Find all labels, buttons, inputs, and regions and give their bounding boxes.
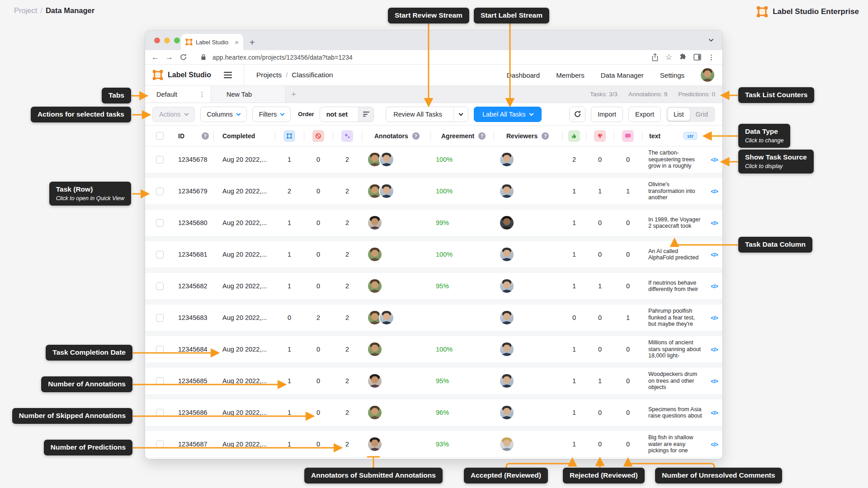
label-all-tasks-button[interactable]: Label All Tasks [474,107,542,122]
bookmark-star-icon[interactable]: ☆ [665,52,672,62]
new-tab-button[interactable]: + [250,38,255,47]
back-icon[interactable]: ← [151,53,159,61]
help-icon[interactable]: ? [478,132,486,140]
add-tab-icon[interactable]: + [291,89,296,99]
nav-settings[interactable]: Settings [660,71,684,79]
label-studio-logo-icon[interactable] [152,70,163,80]
tab-options-icon[interactable]: ⋮ [199,91,205,98]
row-checkbox[interactable] [156,251,164,258]
column-header-accepted[interactable] [562,126,586,146]
task-id: 12345684 [169,336,213,362]
share-icon[interactable] [651,53,659,61]
reload-icon[interactable] [179,53,187,61]
browser-tab[interactable]: Label Studio × [181,34,243,50]
sort-order-icon[interactable] [358,107,373,122]
table-row[interactable]: 12345684 Aug 20 2022,... 1 0 2 100% 1 0 … [145,336,722,368]
table-row[interactable]: 12345679 Aug 20 2022,... 2 0 2 100% 1 1 … [145,178,722,210]
callout-rejected-reviewed: Rejected (Reviewed) [563,468,645,483]
column-header-id[interactable]: ID ? [169,126,213,146]
import-button[interactable]: Import [591,107,623,122]
table-row[interactable]: 12345680 Aug 20 2022,... 1 0 2 99% 1 0 0… [145,210,722,241]
row-checkbox[interactable] [156,188,164,195]
agreement-value: 95% [430,273,494,299]
close-window-button[interactable] [154,38,160,43]
column-header-text[interactable]: text str [642,126,706,146]
column-header-skipped[interactable] [304,126,333,146]
show-source-icon[interactable]: </> [711,188,718,195]
show-source-icon[interactable]: </> [711,441,718,448]
table-row[interactable]: 12345683 Aug 20 2022,... 0 2 2 0 0 1 Pah… [145,305,722,336]
grid-view-button[interactable]: Grid [690,108,714,121]
refresh-button[interactable] [569,107,585,122]
close-tab-icon[interactable]: × [235,39,239,46]
thumbs-up-icon [568,130,580,142]
menu-hamburger-icon[interactable] [224,72,232,78]
browser-menu-icon[interactable]: ⋮ [708,53,715,61]
zoom-window-button[interactable] [174,38,180,43]
review-all-tasks-button[interactable]: Review All Tasks [386,107,468,122]
row-checkbox[interactable] [156,346,164,353]
column-header-agreement[interactable]: Agreement? [430,126,494,146]
data-type-badge[interactable]: str [684,132,697,140]
table-row[interactable]: 12345687 Aug 20 2022,... 1 0 2 93% 1 0 0… [145,431,722,459]
callout-task-row: Task (Row)Click to open in Quick View [49,182,131,206]
column-header-rejected[interactable] [586,126,614,146]
table-row[interactable]: 12345681 Aug 20 2022,... 1 0 2 100% 1 0 … [145,241,722,273]
row-checkbox[interactable] [156,314,164,322]
help-icon[interactable]: ? [202,132,209,140]
forward-icon[interactable]: → [165,53,173,61]
minimize-window-button[interactable] [164,38,170,43]
row-checkbox[interactable] [156,282,164,290]
nav-members[interactable]: Members [556,71,585,79]
table-row[interactable]: 12345682 Aug 20 2022,... 1 0 2 95% 1 1 0… [145,273,722,305]
show-source-icon[interactable]: </> [711,378,718,385]
order-button[interactable]: not set [320,107,374,122]
list-view-button[interactable]: List [668,108,690,121]
column-header-annotators[interactable]: Annotators? [362,126,430,146]
task-completed-date: Aug 20 2022,... [213,210,275,236]
export-button[interactable]: Export [628,107,661,122]
url-text[interactable]: app.heartex.com/projects/123456/data?tab… [212,54,353,61]
rejected-count: 1 [586,273,614,299]
column-header-annotations[interactable] [275,126,304,146]
column-header-predictions[interactable] [333,126,362,146]
task-id: 12345682 [169,273,213,299]
show-source-icon[interactable]: </> [711,314,718,321]
column-header-reviewers[interactable]: Reviewers? [494,126,562,146]
table-row[interactable]: 12345685 Aug 20 2022,... 1 0 2 95% 1 1 0… [145,368,722,399]
show-source-icon[interactable]: </> [711,156,718,163]
row-checkbox[interactable] [156,219,164,227]
nav-data-manager[interactable]: Data Manager [601,71,644,79]
breadcrumb-projects[interactable]: Projects [256,71,282,79]
actions-button[interactable]: Actions [152,107,195,122]
row-checkbox[interactable] [156,377,164,385]
table-row[interactable]: 12345678 Aug 20 2022,... 1 0 2 100% 2 0 … [145,146,722,178]
help-icon[interactable]: ? [412,132,420,140]
show-source-icon[interactable]: </> [711,220,718,226]
user-avatar[interactable] [701,68,714,82]
columns-button[interactable]: Columns [200,107,247,122]
breadcrumb-parent[interactable]: Project [14,6,37,14]
comments-count: 0 [614,273,642,299]
tab-default[interactable]: Default ⋮ [145,86,211,103]
tab-new-tab[interactable]: New Tab [211,86,286,103]
row-checkbox[interactable] [156,409,164,417]
column-header-comments[interactable] [614,126,642,146]
label-dropdown-chevron-icon[interactable] [529,111,533,116]
row-checkbox[interactable] [156,441,164,448]
tab-overview-chevron-icon[interactable] [708,38,714,43]
review-dropdown-chevron-icon[interactable] [453,107,468,122]
show-source-icon[interactable]: </> [711,283,718,290]
row-checkbox[interactable] [156,156,164,164]
side-panel-icon[interactable] [693,54,701,61]
show-source-icon[interactable]: </> [711,409,718,416]
column-header-completed[interactable]: Completed [213,126,275,146]
show-source-icon[interactable]: </> [711,346,718,353]
select-all-checkbox[interactable] [156,132,164,140]
help-icon[interactable]: ? [542,132,549,140]
show-source-icon[interactable]: </> [711,251,718,258]
filters-button[interactable]: Filters [252,107,291,122]
extensions-icon[interactable] [679,53,687,61]
nav-dashboard[interactable]: Dashboard [507,71,540,79]
table-row[interactable]: 12345686 Aug 20 2022,... 1 0 2 96% 1 0 0… [145,399,722,431]
